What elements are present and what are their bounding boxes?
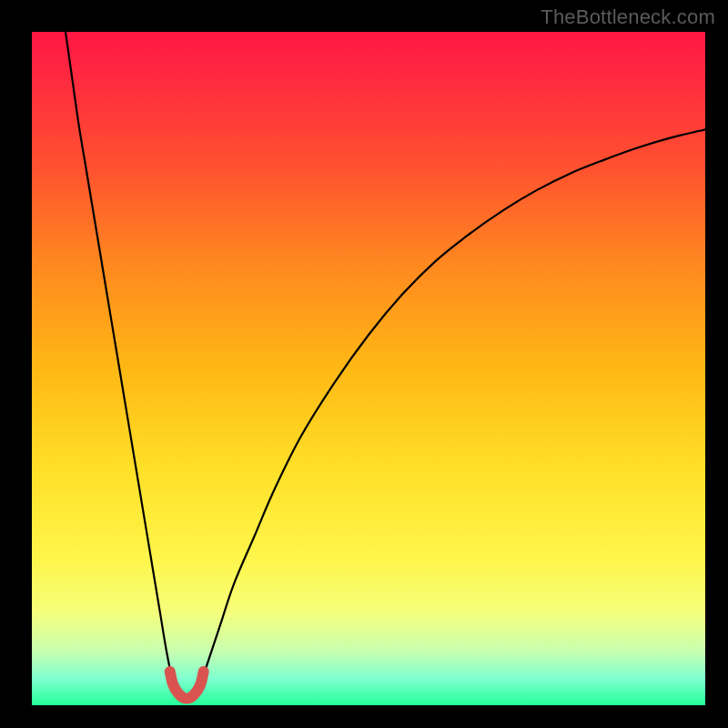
plot-area — [32, 32, 705, 705]
watermark-text: TheBottleneck.com — [541, 5, 715, 29]
chart-frame: TheBottleneck.com — [0, 0, 728, 728]
gradient-background — [32, 32, 705, 705]
chart-svg — [32, 32, 705, 705]
